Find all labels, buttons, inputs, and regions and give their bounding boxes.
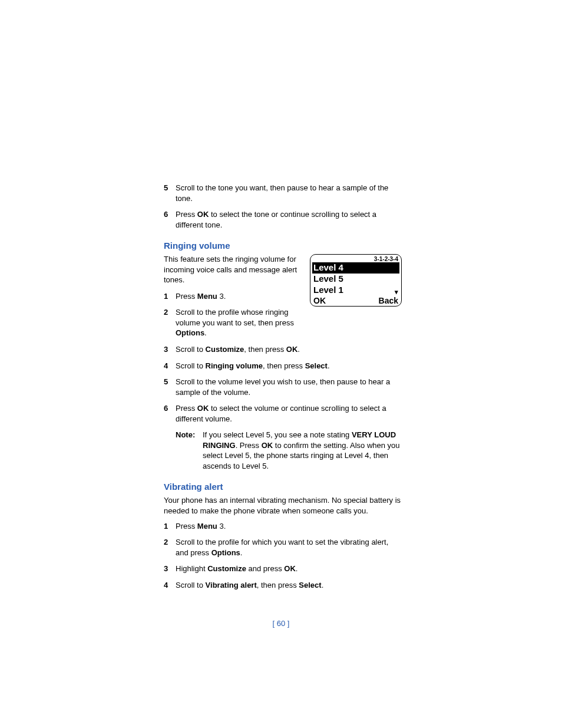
bold-term: VERY LOUD RINGING [203, 430, 396, 450]
top-continued-steps: 5Scroll to the tone you want, then pause… [164, 183, 402, 230]
step-number: 2 [164, 537, 176, 548]
step-text: Press Menu 3. [176, 521, 402, 532]
vibrating-steps: 1Press Menu 3.2Scroll to the profile for… [164, 521, 402, 591]
step-item: 4Scroll to Vibrating alert, then press S… [164, 580, 402, 591]
softkey-right: Back [379, 296, 398, 305]
phone-menu-path: 3-1-2-3-4 [312, 256, 399, 262]
step-text: Press OK to select the tone or continue … [176, 209, 402, 230]
step-item: 6Press OK to select the tone or continue… [164, 209, 402, 230]
step-item: 3Highlight Customize and press OK. [164, 564, 402, 574]
bold-term: Ringing volume [206, 361, 263, 370]
step-item: 1Press Menu 3. [164, 291, 304, 302]
vibrating-intro-text: Your phone has an internal vibrating mec… [164, 495, 402, 516]
step-number: 6 [164, 403, 176, 414]
ringing-intro-block: 3-1-2-3-4 Level 4Level 5Level 1▾ OK Back… [164, 254, 402, 344]
ringing-note: Note: If you select Level 5, you see a n… [176, 430, 402, 471]
bold-term: Select [299, 581, 321, 589]
bold-term: OK [284, 564, 296, 573]
step-number: 6 [164, 209, 176, 220]
step-text: Scroll to Ringing volume, then press Sel… [176, 361, 402, 371]
step-number: 3 [164, 564, 176, 574]
step-text: Press OK to select the volume or continu… [176, 403, 402, 424]
step-item: 6Press OK to select the volume or contin… [164, 403, 402, 424]
phone-screen-box: 3-1-2-3-4 Level 4Level 5Level 1▾ OK Back [310, 254, 402, 307]
heading-vibrating-alert: Vibrating alert [164, 482, 402, 492]
bold-term: Menu [197, 522, 217, 531]
step-text: Scroll to the tone you want, then pause … [176, 183, 402, 203]
step-item: 2Scroll to the profile whose ringing vol… [164, 307, 304, 338]
step-item: 1Press Menu 3. [164, 521, 402, 532]
heading-ringing-volume: Ringing volume [164, 241, 402, 251]
step-item: 2Scroll to the profile for which you wan… [164, 537, 402, 558]
note-body: If you select Level 5, you see a note st… [203, 430, 402, 471]
bold-term: Customize [207, 564, 246, 573]
bold-term: OK [197, 404, 209, 413]
step-number: 3 [164, 344, 176, 355]
step-text: Scroll to the profile whose ringing volu… [176, 307, 304, 338]
bold-term: Options [211, 548, 240, 557]
note-label: Note: [176, 430, 203, 471]
step-number: 5 [164, 377, 176, 387]
phone-list-row: Level 1▾ [312, 285, 399, 296]
step-number: 2 [164, 307, 176, 318]
bold-term: Menu [197, 292, 217, 301]
phone-screen-figure: 3-1-2-3-4 Level 4Level 5Level 1▾ OK Back [310, 254, 402, 307]
bold-term: Vibrating alert [206, 581, 257, 589]
scroll-down-icon: ▾ [395, 288, 398, 297]
step-item: 3Scroll to Customize, then press OK. [164, 344, 402, 355]
softkey-left: OK [313, 296, 326, 305]
page-number: [ 60 ] [0, 619, 562, 628]
step-number: 1 [164, 291, 176, 302]
step-number: 1 [164, 521, 176, 532]
phone-list-row: Level 4 [312, 262, 399, 274]
step-number: 4 [164, 580, 176, 591]
step-item: 5Scroll to the volume level you wish to … [164, 377, 402, 397]
bold-term: Options [176, 328, 204, 337]
manual-page: 5Scroll to the tone you want, then pause… [164, 183, 402, 596]
bold-term: OK [286, 345, 298, 354]
bold-term: Select [305, 361, 328, 370]
phone-list-row: Level 5 [312, 274, 399, 285]
step-item: 5Scroll to the tone you want, then pause… [164, 183, 402, 203]
step-number: 4 [164, 361, 176, 371]
phone-softkeys: OK Back [312, 296, 399, 305]
step-item: 4Scroll to Ringing volume, then press Se… [164, 361, 402, 371]
step-text: Scroll to the profile for which you want… [176, 537, 402, 558]
bold-term: OK [262, 441, 273, 450]
step-text: Highlight Customize and press OK. [176, 564, 402, 574]
step-text: Scroll to the volume level you wish to u… [176, 377, 402, 397]
bold-term: Customize [206, 345, 244, 354]
step-text: Press Menu 3. [176, 291, 304, 302]
step-text: Scroll to Vibrating alert, then press Se… [176, 580, 402, 591]
step-number: 5 [164, 183, 176, 193]
step-text: Scroll to Customize, then press OK. [176, 344, 402, 355]
ringing-steps-rest: 3Scroll to Customize, then press OK.4Scr… [164, 344, 402, 424]
bold-term: OK [197, 210, 209, 219]
